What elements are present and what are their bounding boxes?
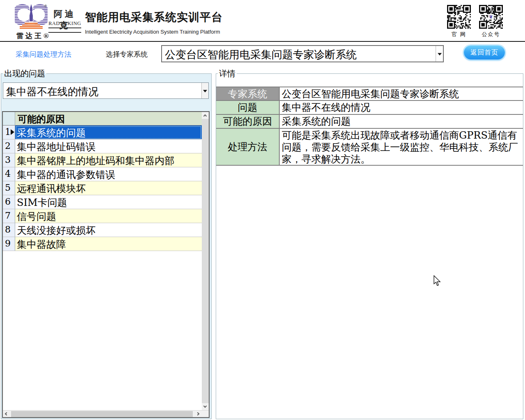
app-header: ® 阿迪克 RADARKING 雷达王® 智能用电采集系统实训平台 Intell… [0, 0, 525, 41]
qr-code-icon: ❦ [479, 5, 503, 29]
dropdown-arrow-button[interactable] [436, 46, 443, 62]
qr-official-site-label: 官 网 [446, 31, 472, 38]
possible-cause-row[interactable]: 9集中器故障 [3, 237, 202, 251]
problem-select[interactable]: 集中器不在线的情况 [3, 82, 209, 99]
possible-cause-cell[interactable]: 集中器铭牌上的地址码和集中器内部 [15, 153, 202, 167]
expert-system-select[interactable]: 公变台区智能用电采集问题专家诊断系统 [161, 45, 444, 62]
page-title: 智能用电采集系统实训平台 [85, 10, 223, 25]
detail-label-cell: 专家系统 [216, 87, 280, 100]
possible-cause-row[interactable]: 7信号问题 [3, 209, 202, 223]
grid-corner-cell [3, 112, 15, 125]
page-subtitle: Intelligent Electricity Acquisition Syst… [85, 29, 223, 35]
details-panel-legend: 详情 [218, 68, 237, 79]
row-number-cell[interactable]: 2 [3, 139, 15, 153]
possible-cause-row[interactable]: 8天线没接好或损坏 [3, 223, 202, 237]
current-row-marker-icon [11, 129, 14, 135]
horizontal-scrollbar-thumb[interactable] [11, 411, 193, 417]
qr-wechat-account: ❦ 公众号 [478, 5, 504, 38]
possible-cause-cell[interactable]: 天线没接好或损坏 [15, 223, 202, 237]
svg-text:®: ® [44, 4, 47, 8]
grid-header-row: 可能的原因 [3, 112, 202, 126]
detail-value-cell: 采集系统的问题 [280, 115, 523, 128]
possible-cause-cell[interactable]: 信号问题 [15, 209, 202, 223]
chevron-down-icon [203, 404, 207, 408]
possible-cause-cell[interactable]: 远程通讯模块坏 [15, 181, 202, 195]
possible-cause-row[interactable]: 3集中器铭牌上的地址码和集中器内部 [3, 153, 202, 167]
problem-selected-value: 集中器不在线的情况 [6, 85, 98, 98]
scroll-down-button[interactable] [202, 403, 209, 410]
expert-system-selected-value: 公变台区智能用电采集问题专家诊断系统 [165, 48, 427, 62]
detail-value-cell: 可能是采集系统出现故障或者移动通信商GPRS通信有问题，需要反馈给采集上一级监控… [280, 129, 523, 165]
row-number-cell[interactable]: 5 [3, 181, 15, 195]
qr-wechat-account-label: 公众号 [478, 31, 504, 38]
qr-code-icon [447, 5, 471, 29]
possible-cause-row[interactable]: 5远程通讯模块坏 [3, 181, 202, 195]
detail-row: 问题集中器不在线的情况 [216, 101, 523, 115]
qr-official-site: 官 网 [446, 5, 472, 38]
row-number-cell[interactable]: 4 [3, 167, 15, 181]
problems-panel: 出现的问题 集中器不在线的情况 可能的原因 1采集系统的问题2集中器地址码错误3… [1, 68, 212, 419]
dropdown-arrow-button[interactable] [201, 83, 208, 98]
company-logo: ® 阿迪克 RADARKING 雷达王® [15, 2, 84, 40]
scroll-left-button[interactable] [3, 411, 10, 418]
toolbar: 采集问题处理方法 选择专家系统 公变台区智能用电采集问题专家诊断系统 返回首页 [0, 42, 525, 65]
row-number-cell[interactable]: 7 [3, 209, 15, 223]
possible-cause-cell[interactable]: 采集系统的问题 [15, 126, 202, 139]
brand-name-en: RADARKING [48, 21, 81, 28]
possible-cause-row[interactable]: 4集中器的通讯参数错误 [3, 167, 202, 181]
row-number-cell[interactable]: 8 [3, 223, 15, 237]
detail-label-cell: 可能的原因 [216, 115, 280, 128]
row-number-cell[interactable]: 6 [3, 195, 15, 209]
mouse-cursor-icon [434, 275, 442, 287]
detail-label-cell: 处理方法 [216, 129, 280, 165]
possible-cause-row[interactable]: 2集中器地址码错误 [3, 139, 202, 153]
possible-cause-cell[interactable]: SIM卡问题 [15, 195, 202, 209]
problems-panel-legend: 出现的问题 [3, 68, 46, 79]
chevron-right-icon [196, 412, 199, 415]
possible-causes-column-header: 可能的原因 [15, 112, 202, 125]
detail-value-cell: 公变台区智能用电采集问题专家诊断系统 [280, 87, 523, 100]
possible-cause-row[interactable]: 6SIM卡问题 [3, 195, 202, 209]
horizontal-scrollbar[interactable] [3, 410, 209, 417]
possible-cause-cell[interactable]: 集中器地址码错误 [15, 139, 202, 153]
details-table: 专家系统公变台区智能用电采集问题专家诊断系统问题集中器不在线的情况可能的原因采集… [216, 87, 523, 166]
brand-name-sub: 雷达王® [16, 31, 51, 41]
possible-cause-cell[interactable]: 集中器故障 [15, 237, 202, 251]
svg-text:❦: ❦ [489, 14, 493, 19]
row-number-cell[interactable]: 9 [3, 237, 15, 251]
possible-cause-cell[interactable]: 集中器的通讯参数错误 [15, 167, 202, 181]
chevron-down-icon [438, 53, 442, 55]
vertical-scrollbar[interactable] [202, 112, 209, 410]
expert-system-select-label: 选择专家系统 [106, 50, 148, 59]
details-panel: 详情 专家系统公变台区智能用电采集问题专家诊断系统问题集中器不在线的情况可能的原… [216, 68, 523, 419]
collection-problem-handling-link[interactable]: 采集问题处理方法 [16, 50, 71, 59]
radarking-logo-icon: ® [15, 3, 48, 31]
detail-row: 专家系统公变台区智能用电采集问题专家诊断系统 [216, 87, 523, 101]
detail-value-cell: 集中器不在线的情况 [280, 101, 523, 114]
row-number-cell[interactable]: 3 [3, 153, 15, 167]
detail-row: 可能的原因采集系统的问题 [216, 115, 523, 129]
possible-cause-row[interactable]: 1采集系统的问题 [3, 126, 202, 139]
possible-causes-grid: 可能的原因 1采集系统的问题2集中器地址码错误3集中器铭牌上的地址码和集中器内部… [2, 111, 210, 418]
detail-label-cell: 问题 [216, 101, 280, 114]
chevron-up-icon [203, 114, 207, 118]
detail-row: 处理方法可能是采集系统出现故障或者移动通信商GPRS通信有问题，需要反馈给采集上… [216, 129, 523, 166]
scroll-up-button[interactable] [202, 112, 209, 119]
chevron-left-icon [5, 412, 8, 415]
row-number-cell[interactable]: 1 [3, 126, 15, 139]
return-home-button[interactable]: 返回首页 [464, 46, 505, 59]
scroll-right-button[interactable] [195, 411, 202, 418]
chevron-down-icon [203, 90, 207, 92]
